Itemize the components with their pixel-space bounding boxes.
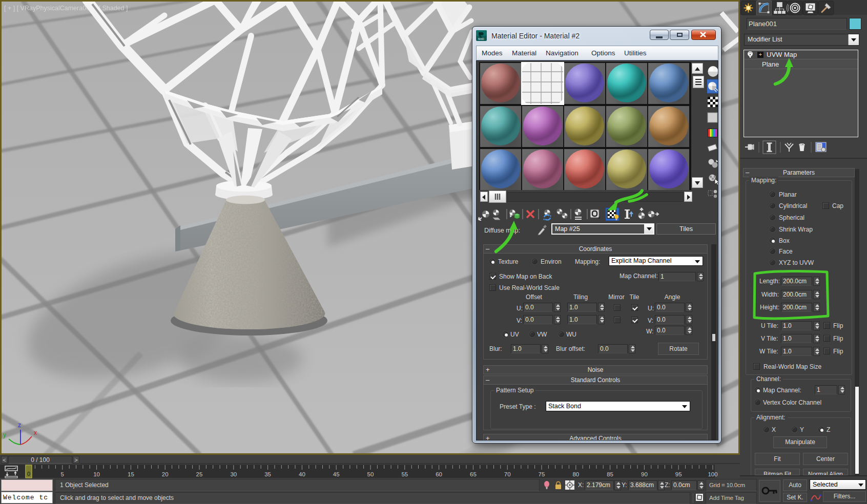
svg-text:95: 95 — [675, 471, 682, 477]
svg-text:30: 30 — [230, 471, 237, 477]
svg-text:90: 90 — [641, 471, 648, 477]
svg-text:x: x — [34, 429, 37, 436]
svg-text:25: 25 — [196, 471, 203, 477]
svg-text:65: 65 — [470, 471, 477, 477]
svg-text:35: 35 — [264, 471, 271, 477]
svg-text:100: 100 — [708, 471, 717, 477]
svg-text:20: 20 — [162, 471, 169, 477]
svg-text:45: 45 — [333, 471, 340, 477]
svg-text:40: 40 — [299, 471, 305, 477]
svg-text:15: 15 — [128, 471, 134, 477]
svg-text:z: z — [18, 422, 21, 429]
svg-text:0: 0 — [27, 471, 30, 477]
svg-text:5: 5 — [61, 471, 64, 477]
svg-text:55: 55 — [401, 471, 408, 477]
svg-text:75: 75 — [539, 471, 545, 477]
svg-text:M3D: M3D — [478, 37, 484, 40]
svg-text:80: 80 — [572, 471, 579, 477]
svg-text:[ + ] [ VRayPhysicalCamera001: [ + ] [ VRayPhysicalCamera001 ] [ Shaded… — [4, 5, 128, 12]
svg-text:70: 70 — [504, 471, 511, 477]
svg-text:10: 10 — [93, 471, 100, 477]
svg-text:y: y — [3, 431, 6, 438]
svg-text:50: 50 — [367, 471, 374, 477]
svg-text:85: 85 — [607, 471, 613, 477]
svg-text:60: 60 — [436, 471, 442, 477]
